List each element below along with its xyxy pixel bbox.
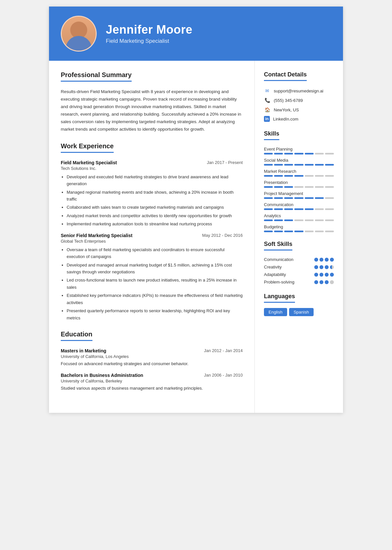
summary-text: Results-driven Field Marketing Specialis… <box>61 88 243 133</box>
skill-name: Presentation <box>264 180 334 185</box>
skill-segment <box>325 197 334 199</box>
home-icon: 🏠 <box>264 106 270 113</box>
language-tag: English <box>264 308 287 316</box>
edu-degree-1: Masters in Marketing <box>61 348 106 353</box>
edu-desc-2: Studied various aspects of business mana… <box>61 385 243 392</box>
soft-skill-dot <box>319 265 323 269</box>
skill-bar <box>264 175 334 177</box>
soft-skill-name: Problem-solving <box>264 280 294 284</box>
skill-bar <box>264 164 334 166</box>
work-experience-title: Work Experience <box>61 142 114 153</box>
header-title: Field Marketing Specialist <box>106 38 192 44</box>
resume-header: Jennifer Moore Field Marketing Specialis… <box>49 7 343 61</box>
header-text: Jennifer Moore Field Marketing Specialis… <box>106 23 192 44</box>
edu-school-1: University of California, Los Angeles <box>61 354 243 359</box>
skill-segment <box>325 153 334 154</box>
skill-segment <box>325 164 334 166</box>
skills-title: Skills <box>264 130 279 140</box>
skill-segment <box>284 208 293 210</box>
soft-skill-dot <box>325 280 329 284</box>
summary-section: Professional Summary Results-driven Fiel… <box>61 71 243 133</box>
edu-block-2: Bachelors in Business Administration Jan… <box>61 373 243 392</box>
contact-location-value: NewYork, US <box>274 107 299 112</box>
contact-linkedin: in LinkedIn.com <box>264 116 334 122</box>
soft-skill-dot <box>330 273 334 277</box>
skill-segment <box>264 164 273 166</box>
skill-name: Event Planning <box>264 147 334 152</box>
job-header-2: Senior Field Marketing Specialist May 20… <box>61 233 243 238</box>
summary-title: Professional Summary <box>61 71 132 82</box>
skill-segment <box>325 175 334 177</box>
skill-bar <box>264 153 334 154</box>
edu-block-1: Masters in Marketing Jan 2012 - Jan 2014… <box>61 348 243 367</box>
bullet: Led cross-functional teams to launch new… <box>67 277 243 291</box>
contact-email: ✉ support@resumedesign.ai <box>264 88 334 94</box>
skill-segment <box>305 175 314 177</box>
skill-segment <box>264 231 273 232</box>
skill-segment <box>274 197 283 199</box>
skill-segment <box>294 208 303 210</box>
skill-segment <box>284 186 293 188</box>
soft-skill-dot <box>319 258 323 262</box>
job-block-2: Senior Field Marketing Specialist May 20… <box>61 233 243 321</box>
contact-title: Contact Details <box>264 71 307 81</box>
contact-email-value: support@resumedesign.ai <box>274 89 323 93</box>
soft-skill-dot <box>319 280 323 284</box>
job-title-2: Senior Field Marketing Specialist <box>61 233 132 238</box>
skill-segment <box>325 208 334 210</box>
soft-skill-dot <box>325 258 329 262</box>
job-dates-2: May 2012 - Dec 2016 <box>202 233 243 238</box>
language-tag: Spanish <box>289 308 314 316</box>
soft-skill-item: Problem-solving <box>264 280 334 284</box>
phone-icon: 📞 <box>264 97 270 104</box>
soft-skill-dot <box>314 265 318 269</box>
sidebar-column: Contact Details ✉ support@resumedesign.a… <box>255 61 343 413</box>
soft-skill-dot <box>325 273 329 277</box>
soft-skill-dot <box>314 273 318 277</box>
skill-item: Social Media <box>264 158 334 166</box>
soft-skills-items: CommunicationCreativityAdaptabilityProbl… <box>264 257 334 284</box>
edu-degree-2: Bachelors in Business Administration <box>61 373 143 378</box>
skill-item: Analytics <box>264 213 334 221</box>
skills-items: Event PlanningSocial MediaMarket Researc… <box>264 147 334 232</box>
soft-skill-name: Communication <box>264 257 293 262</box>
languages-items: EnglishSpanish <box>264 305 334 316</box>
soft-skill-dot <box>319 273 323 277</box>
resume-wrapper: Jennifer Moore Field Marketing Specialis… <box>49 7 343 413</box>
edu-school-2: University of California, Berkeley <box>61 379 243 383</box>
bullet: Managed regional marketing events and tr… <box>67 189 243 203</box>
job-company-1: Tech Solutions Inc. <box>61 166 243 171</box>
avatar-image <box>62 17 96 51</box>
bullet: Developed and executed field marketing s… <box>67 173 243 187</box>
bullet: Oversaw a team of field marketing specia… <box>67 246 243 260</box>
skill-segment <box>315 175 324 177</box>
header-name: Jennifer Moore <box>106 23 192 37</box>
edu-header-1: Masters in Marketing Jan 2012 - Jan 2014 <box>61 348 243 353</box>
linkedin-icon: in <box>264 116 270 122</box>
edu-dates-1: Jan 2012 - Jan 2014 <box>204 348 243 353</box>
skill-name: Budgeting <box>264 224 334 229</box>
skill-name: Analytics <box>264 213 334 218</box>
skill-segment <box>315 231 324 232</box>
soft-skill-dots <box>314 265 334 269</box>
skill-segment <box>305 164 314 166</box>
soft-skill-dot <box>330 280 334 284</box>
skill-segment <box>264 219 273 221</box>
skill-segment <box>315 153 324 154</box>
job-title-1: Field Marketing Specialist <box>61 160 117 165</box>
skill-bar <box>264 197 334 199</box>
skill-segment <box>274 231 283 232</box>
skill-segment <box>284 219 293 221</box>
skill-segment <box>284 164 293 166</box>
languages-title: Languages <box>264 293 295 303</box>
skill-segment <box>274 208 283 210</box>
edu-desc-1: Focused on advanced marketing strategies… <box>61 361 243 367</box>
skill-name: Social Media <box>264 158 334 163</box>
skill-bar <box>264 186 334 188</box>
job-bullets-1: Developed and executed field marketing s… <box>61 173 243 228</box>
skill-segment <box>284 153 293 154</box>
skill-segment <box>294 186 303 188</box>
skill-bar <box>264 219 334 221</box>
skill-name: Communication <box>264 202 334 207</box>
bullet: Presented quarterly performance reports … <box>67 307 243 321</box>
